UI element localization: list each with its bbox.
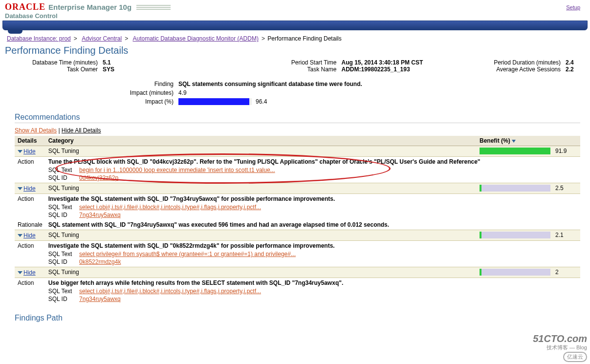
db-time-label: Database Time (minutes): [5, 59, 103, 66]
hide-toggle[interactable]: Hide: [18, 148, 36, 155]
sql-text-link[interactable]: select privilege# from sysauth$ where (g…: [79, 251, 296, 257]
chevron-down-icon: [18, 234, 22, 237]
benefit-value: 2.5: [555, 185, 564, 192]
sql-text-label: SQL Text: [48, 288, 78, 295]
benefit-bar: [480, 148, 550, 154]
col-category[interactable]: Category: [45, 136, 477, 146]
col-benefit[interactable]: Benefit (%): [477, 136, 580, 146]
action-label: Action: [15, 194, 45, 220]
breadcrumb: Database Instance: prod> Advisor Central…: [0, 30, 590, 45]
chevron-down-icon: [18, 150, 22, 153]
impact-min-value: 4.9: [178, 89, 585, 96]
rationale-text: SQL statement with SQL_ID "7ng34ruy5awxq…: [45, 220, 580, 230]
impact-pct-label: Impact (%): [5, 98, 178, 105]
benefit-bar: [480, 232, 550, 238]
sql-id-label: SQL ID: [48, 174, 78, 181]
action-label: Action: [15, 241, 45, 267]
action-text: Use bigger fetch arrays while fetching r…: [48, 279, 577, 286]
avg-sessions-label: Average Active Sessions: [463, 66, 566, 73]
findings-path-heading: Findings Path: [15, 314, 580, 323]
benefit-value: 2: [555, 269, 559, 276]
period-start-value: Aug 15, 2014 3:40:18 PM CST: [342, 59, 463, 66]
sql-text-link[interactable]: select i.obj#,i.ts#,i.file#,i.block#,i.i…: [79, 204, 261, 211]
sql-id-link[interactable]: 0k8522rmdzg4k: [79, 258, 121, 265]
period-duration-label: Period Duration (minutes): [463, 59, 566, 66]
header-decor: [136, 5, 171, 10]
sql-text-link[interactable]: begin for i in 1..1000000 loop execute i…: [79, 167, 275, 173]
crumb-advisor-central[interactable]: Advisor Central: [82, 35, 122, 42]
show-all-details-link[interactable]: Show All Details: [15, 127, 57, 134]
crumb-addm[interactable]: Automatic Database Diagnostic Monitor (A…: [133, 35, 259, 42]
category-value: SQL Tuning: [45, 230, 477, 241]
avg-sessions-value: 2.2: [566, 66, 585, 73]
sql-text-link[interactable]: select i.obj#,i.ts#,i.file#,i.block#,i.i…: [79, 288, 261, 295]
impact-bar: [178, 98, 252, 105]
action-text: Investigate the SQL statement with SQL_I…: [48, 195, 577, 202]
category-value: SQL Tuning: [45, 146, 477, 157]
sql-id-link[interactable]: 7ng34ruy5awxq: [79, 296, 121, 302]
impact-min-label: Impact (minutes): [5, 89, 178, 96]
hide-toggle[interactable]: Hide: [18, 232, 36, 239]
chevron-down-icon: [18, 271, 22, 274]
impact-pct-value: 96.4: [256, 98, 267, 105]
oracle-logo: ORACLE: [5, 2, 45, 12]
action-label: Action: [15, 278, 45, 304]
setup-link[interactable]: Setup: [566, 4, 580, 10]
finding-value: SQL statements consuming significant dat…: [178, 81, 585, 87]
hide-toggle[interactable]: Hide: [18, 185, 36, 192]
benefit-value: 91.9: [555, 148, 567, 154]
task-owner-value: SYS: [103, 66, 220, 73]
action-label: Action: [15, 157, 45, 183]
benefit-bar: [480, 269, 550, 276]
finding-label: Finding: [5, 81, 178, 87]
hide-toggle[interactable]: Hide: [18, 269, 36, 276]
task-owner-label: Task Owner: [5, 66, 103, 73]
period-start-label: Period Start Time: [220, 59, 342, 66]
product-title: Enterprise Manager 10g: [48, 3, 131, 11]
recommendations-table: Details Category Benefit (%) HideSQL Tun…: [15, 136, 580, 304]
sql-text-label: SQL Text: [48, 204, 78, 211]
sub-product-title: Database Control: [0, 12, 590, 21]
crumb-db-instance[interactable]: Database Instance: prod: [7, 35, 71, 42]
task-name-label: Task Name: [220, 66, 342, 73]
sql-id-label: SQL ID: [48, 212, 78, 218]
category-value: SQL Tuning: [45, 183, 477, 194]
chevron-down-icon: [18, 187, 22, 190]
sql-id-label: SQL ID: [48, 258, 78, 265]
tab-bar: [2, 21, 588, 30]
period-duration-value: 2.4: [566, 59, 585, 66]
action-text: Tune the PL/SQL block with SQL_ID "0d4kc…: [48, 158, 577, 165]
hide-all-details-link[interactable]: Hide All Details: [62, 127, 101, 134]
benefit-value: 2.1: [555, 232, 564, 238]
task-name-value: ADDM:199802235_1_193: [342, 66, 463, 73]
sql-id-link[interactable]: 7ng34ruy5awxq: [79, 212, 121, 218]
crumb-current: Performance Finding Details: [267, 35, 341, 42]
benefit-bar: [480, 185, 550, 192]
db-time-value: 5.1: [103, 59, 220, 66]
recommendations-heading: Recommendations: [15, 113, 580, 123]
sql-text-label: SQL Text: [48, 167, 78, 173]
rationale-label: Rationale: [15, 220, 45, 230]
action-text: Investigate the SQL statement with SQL_I…: [48, 242, 577, 249]
sql-id-label: SQL ID: [48, 296, 78, 302]
sql-text-label: SQL Text: [48, 251, 78, 257]
category-value: SQL Tuning: [45, 267, 477, 278]
sql-id-link[interactable]: 0d4kcvj32z62p: [79, 174, 118, 181]
col-details[interactable]: Details: [15, 136, 45, 146]
sort-desc-icon: [512, 140, 516, 143]
page-title: Performance Finding Details: [5, 45, 585, 56]
